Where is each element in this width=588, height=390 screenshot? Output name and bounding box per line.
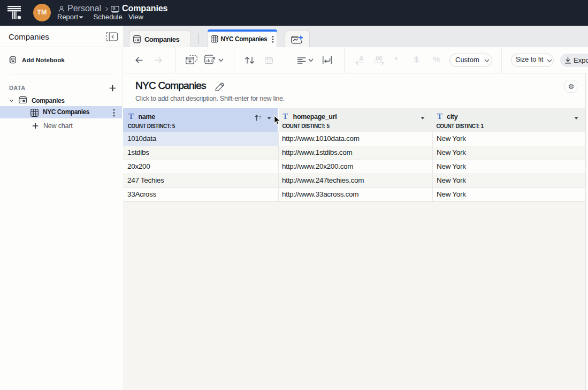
svg-text:.0: .0 — [358, 56, 363, 62]
svg-text:.00: .00 — [374, 56, 382, 62]
